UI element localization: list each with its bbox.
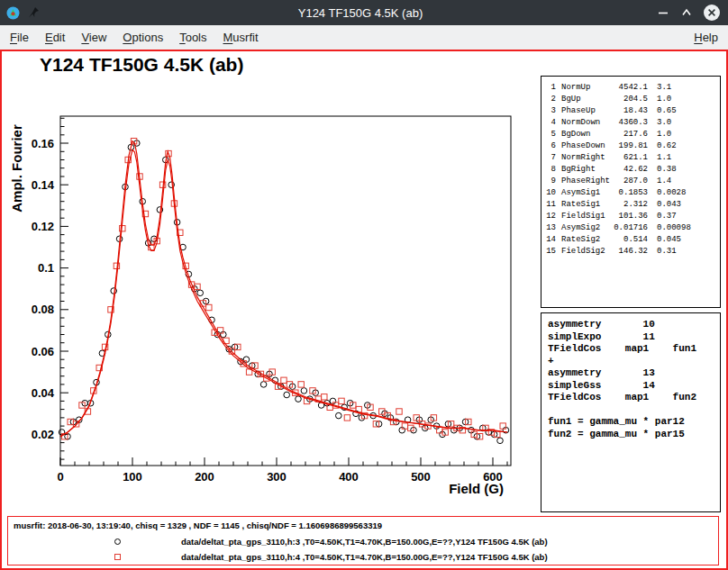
theory-line bbox=[548, 404, 720, 417]
svg-text:300: 300 bbox=[267, 470, 287, 484]
theory-line: + bbox=[548, 356, 720, 368]
y-axis: 0.020.040.060.080.10.120.140.16Ampl. Fou… bbox=[9, 118, 68, 459]
svg-text:500: 500 bbox=[411, 470, 431, 484]
menu-file[interactable]: File bbox=[2, 27, 37, 48]
parameter-box[interactable]: 1NormUp4542.13.12BgUp204.51.03PhaseUp18.… bbox=[541, 76, 721, 308]
pin-icon[interactable] bbox=[27, 6, 40, 19]
param-row: 5BgDown217.61.0 bbox=[541, 129, 720, 140]
window-controls bbox=[651, 4, 728, 22]
parameter-rows: 1NormUp4542.13.12BgUp204.51.03PhaseUp18.… bbox=[541, 82, 720, 258]
menu-edit[interactable]: Edit bbox=[37, 27, 73, 48]
param-row: 13AsymSig20.017160.00098 bbox=[541, 222, 720, 234]
param-row: 3PhaseUp18.430.65 bbox=[541, 105, 720, 117]
theory-line: simplExpo 11 bbox=[548, 331, 720, 344]
menu-musrfit[interactable]: Musrfit bbox=[215, 27, 267, 48]
svg-text:0.06: 0.06 bbox=[32, 345, 54, 358]
param-row: 12FieldSig1101.360.37 bbox=[541, 211, 720, 222]
menu-options[interactable]: Options bbox=[114, 27, 171, 48]
param-row: 2BgUp204.51.0 bbox=[541, 94, 720, 105]
legend-row: data/deltat_pta_gps_3110,h:3 ,T0=4.50K,T… bbox=[8, 534, 718, 549]
info-box[interactable]: musrfit: 2018-06-30, 13:19:40, chisq = 1… bbox=[7, 516, 719, 565]
svg-text:0.12: 0.12 bbox=[32, 220, 54, 233]
fit-stats: musrfit: 2018-06-30, 13:19:40, chisq = 1… bbox=[14, 520, 382, 530]
theory-line: fun2 = gamma_mu * par15 bbox=[548, 429, 720, 441]
theory-line: simpleGss 14 bbox=[548, 380, 720, 393]
menubar-left: FileEditViewOptionsToolsMusrfit bbox=[2, 27, 267, 48]
menu-view[interactable]: View bbox=[73, 27, 114, 48]
legend-marker-square bbox=[114, 554, 121, 560]
musrview-window: Y124 TF150G 4.5K (ab) FileEditViewOption… bbox=[0, 0, 728, 570]
param-row: 6PhaseDown199.810.62 bbox=[541, 140, 720, 152]
close-button[interactable] bbox=[703, 4, 721, 22]
param-row: 11RateSig12.3120.043 bbox=[541, 199, 720, 211]
svg-text:400: 400 bbox=[339, 470, 359, 484]
param-row: 10AsymSig10.18530.0028 bbox=[541, 187, 720, 199]
fourier-plot[interactable]: 0100200300400500600Field (G)0.020.040.06… bbox=[2, 51, 542, 512]
param-row: 8BgRight42.620.38 bbox=[541, 164, 720, 176]
svg-text:0.04: 0.04 bbox=[32, 386, 55, 400]
param-row: 9PhaseRight287.01.4 bbox=[541, 176, 720, 187]
svg-text:0.02: 0.02 bbox=[32, 428, 54, 441]
param-row: 4NormDown4360.33.0 bbox=[541, 117, 720, 129]
theory-lines: asymmetry 10simplExpo 11TFieldCos map1 f… bbox=[548, 319, 720, 440]
menubar-right: Help bbox=[686, 27, 726, 48]
theory-line: TFieldCos map1 fun1 bbox=[548, 343, 720, 356]
legend: data/deltat_pta_gps_3110,h:3 ,T0=4.50K,T… bbox=[8, 534, 718, 565]
app-icon bbox=[6, 6, 20, 20]
minimize-button[interactable] bbox=[656, 5, 670, 20]
theory-line: asymmetry 10 bbox=[548, 319, 720, 331]
svg-text:0.16: 0.16 bbox=[32, 137, 54, 150]
theory-line: asymmetry 13 bbox=[548, 367, 720, 380]
root-canvas[interactable]: Y124 TF150G 4.5K (ab) 010020030040050060… bbox=[0, 50, 728, 570]
svg-text:100: 100 bbox=[123, 470, 142, 484]
titlebar-icons bbox=[0, 6, 70, 20]
titlebar[interactable]: Y124 TF150G 4.5K (ab) bbox=[0, 0, 728, 25]
svg-text:200: 200 bbox=[195, 470, 214, 484]
svg-text:0.08: 0.08 bbox=[32, 303, 54, 316]
legend-row: data/deltat_pta_gps_3110,h:4 ,T0=4.50K,T… bbox=[8, 549, 718, 565]
x-axis: 0100200300400500600Field (G) bbox=[57, 457, 507, 496]
param-row: 1NormUp4542.13.1 bbox=[541, 82, 720, 94]
theory-box[interactable]: asymmetry 10simplExpo 11TFieldCos map1 f… bbox=[541, 312, 721, 512]
legend-marker-circle bbox=[114, 538, 121, 545]
svg-text:0.14: 0.14 bbox=[32, 178, 55, 192]
svg-text:Ampl. Fourier: Ampl. Fourier bbox=[9, 124, 24, 213]
window-title: Y124 TF150G 4.5K (ab) bbox=[70, 6, 651, 20]
theory-line: TFieldCos map1 fun2 bbox=[548, 392, 720, 404]
menubar: FileEditViewOptionsToolsMusrfit Help bbox=[0, 25, 728, 50]
param-row: 14RateSig20.5140.045 bbox=[541, 234, 720, 246]
legend-label: data/deltat_pta_gps_3110,h:3 ,T0=4.50K,T… bbox=[181, 537, 548, 547]
menu-help[interactable]: Help bbox=[686, 27, 726, 48]
param-row: 15FieldSig2146.320.31 bbox=[541, 246, 720, 258]
maximize-button[interactable] bbox=[679, 5, 694, 20]
legend-label: data/deltat_pta_gps_3110,h:4 ,T0=4.50K,T… bbox=[181, 552, 548, 562]
svg-text:Field (G): Field (G) bbox=[449, 481, 504, 496]
menu-tools[interactable]: Tools bbox=[171, 27, 214, 48]
svg-text:0: 0 bbox=[57, 470, 63, 484]
svg-text:0.1: 0.1 bbox=[38, 261, 54, 275]
theory-line: fun1 = gamma_mu * par12 bbox=[548, 416, 720, 429]
param-row: 7NormRight621.11.1 bbox=[541, 152, 720, 164]
